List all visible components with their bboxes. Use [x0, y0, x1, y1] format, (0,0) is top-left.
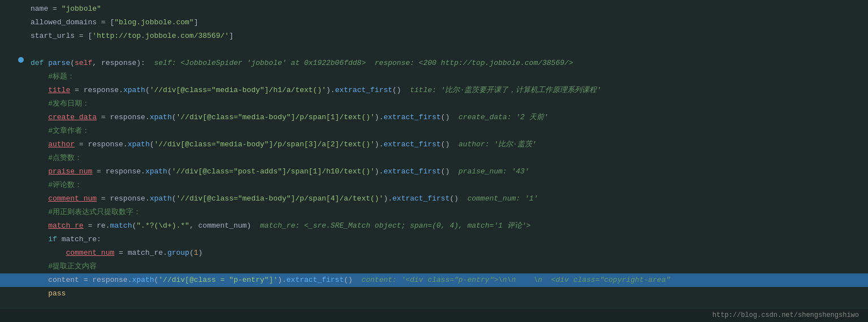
code-line-3: start_urls = ['http://top.jobbole.com/38…	[0, 29, 868, 43]
code-content: #标题：	[25, 71, 868, 83]
code-content: author = response.xpath('//div[@class="m…	[25, 138, 868, 151]
code-line-12: #点赞数：	[0, 151, 868, 165]
code-line-20: #提取正文内容	[0, 260, 868, 273]
code-line-6: #标题：	[0, 70, 868, 84]
code-content: allowed_domains = ["blog.jobbole.com"]	[25, 16, 868, 29]
code-content: content = response.xpath('//div[@class =…	[25, 274, 868, 286]
code-content	[25, 43, 868, 56]
code-content: if match_re:	[25, 233, 868, 246]
code-content: comment_num = response.xpath('//div[@cla…	[25, 193, 868, 205]
code-line-21: content = response.xpath('//div[@class =…	[0, 273, 868, 287]
code-content: #文章作者：	[25, 125, 868, 137]
code-content: title = response.xpath('//div[@class="me…	[25, 84, 868, 97]
code-line-8: #发布日期：	[0, 97, 868, 111]
code-content: #评论数：	[25, 179, 868, 192]
code-content: start_urls = ['http://top.jobbole.com/38…	[25, 30, 868, 42]
code-content: match_re = re.match(".*?(\d+).*", commen…	[25, 220, 868, 232]
code-line-1: name = "jobbole"	[0, 2, 868, 16]
breakpoint-area	[17, 57, 25, 63]
breakpoint-dot	[18, 57, 24, 63]
code-line-10: #文章作者：	[0, 124, 868, 138]
code-line-15: comment_num = response.xpath('//div[@cla…	[0, 192, 868, 206]
code-line-2: allowed_domains = ["blog.jobbole.com"]	[0, 16, 868, 29]
code-content: name = "jobbole"	[25, 3, 868, 15]
code-line-13: praise_num = response.xpath('//div[@clas…	[0, 165, 868, 179]
code-content: praise_num = response.xpath('//div[@clas…	[25, 166, 868, 178]
code-content: comment_num = match_re.group(1)	[25, 247, 868, 259]
code-line-16: #用正则表达式只提取数字：	[0, 206, 868, 219]
code-editor: name = "jobbole" allowed_domains = ["blo…	[0, 0, 868, 308]
status-url: http://blog.csdn.net/shengshengshiwo	[712, 311, 859, 319]
code-content: #提取正文内容	[25, 260, 868, 273]
code-content: #发布日期：	[25, 98, 868, 110]
code-line-9: create_data = response.xpath('//div[@cla…	[0, 111, 868, 124]
code-line-19: comment_num = match_re.group(1)	[0, 246, 868, 260]
code-line-7: title = response.xpath('//div[@class="me…	[0, 84, 868, 97]
code-content: pass	[25, 288, 868, 300]
code-line-18: if match_re:	[0, 233, 868, 246]
code-content: #用正则表达式只提取数字：	[25, 206, 868, 219]
code-line-22: pass	[0, 287, 868, 301]
code-content: create_data = response.xpath('//div[@cla…	[25, 111, 868, 124]
code-line-11: author = response.xpath('//div[@class="m…	[0, 138, 868, 151]
code-line-14: #评论数：	[0, 179, 868, 192]
code-content: #点赞数：	[25, 152, 868, 164]
status-bar: http://blog.csdn.net/shengshengshiwo	[0, 308, 868, 322]
code-line-4	[0, 43, 868, 56]
code-line-17: match_re = re.match(".*?(\d+).*", commen…	[0, 219, 868, 233]
code-content: def parse(self, response): self: <Jobbol…	[25, 57, 868, 69]
code-line-5: def parse(self, response): self: <Jobbol…	[0, 56, 868, 70]
